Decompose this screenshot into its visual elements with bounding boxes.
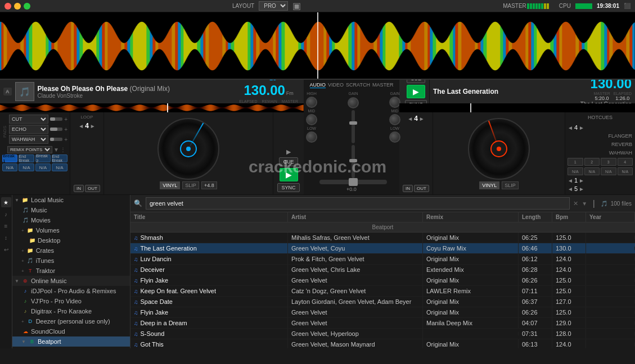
sidebar-item-movies[interactable]: 🎵 Movies [12,215,130,225]
hotcue-7[interactable]: N/A [601,167,616,175]
vinyl-slip-btn[interactable]: VINYL [160,181,180,189]
pad-6[interactable]: N/A [19,163,34,171]
vol-fader-l[interactable] [352,110,355,143]
tab-scratch[interactable]: SCRATCH [346,82,370,88]
fx-add-2[interactable]: + [64,126,67,133]
hotcue-5[interactable]: N/A [568,167,583,175]
track-row[interactable]: ♫ Flyin Jake Green Velvet Original Mix 0… [130,307,635,318]
fx-knob-3[interactable] [50,138,62,141]
pad-3[interactable]: Break 2 [35,154,51,162]
right-turntable[interactable] [468,118,530,180]
vol-fader-r[interactable] [352,145,355,178]
track-row[interactable]: ♫ Space Date Layton Giordani, Green Velv… [130,297,635,307]
fx-select-2[interactable]: ECHO [9,125,48,134]
fx-select-1[interactable]: CUT [9,115,48,124]
gain-knob-l[interactable] [348,97,359,108]
fx-knob-2[interactable] [50,128,62,131]
sync-button-left[interactable]: SYNC [277,183,299,192]
right-l2-prev[interactable]: ◄ [568,178,573,184]
sidebar-item-digitrax[interactable]: ♪ Digitrax - Pro Karaoke [12,306,130,316]
sidebar-item-traktor[interactable]: + T Traktor [12,266,130,276]
sidebar-item-crates[interactable]: + 📁 Crates [12,245,130,256]
nav-browser[interactable]: ≡ [1,221,11,231]
right-in-button[interactable]: IN [403,185,413,192]
crossfader[interactable] [319,180,387,184]
loop-prev[interactable]: ◄ [78,123,84,129]
hotcue-6[interactable]: N/A [584,167,600,175]
vol-handle-l[interactable] [349,121,357,125]
sidebar-item-volumes[interactable]: + 📁 Volumes [12,225,130,235]
out-button[interactable]: OUT [85,185,100,192]
sidebar-item-idjpool[interactable]: ♪ iDJPool - Pro Audio & Remixes [12,286,130,296]
sidebar-item-beatport[interactable]: ▼ B Beatport [12,336,130,347]
right-l3-next[interactable]: ► [579,186,584,192]
low-knob-l[interactable] [306,131,317,143]
play-button-right[interactable]: ▶ [407,85,425,98]
track-row[interactable]: ♫ Got This Green Velvet, Mason Maynard O… [130,339,635,348]
right-out-button[interactable]: OUT [414,185,429,192]
waveform-area[interactable] [0,12,635,80]
loop-next[interactable]: ► [90,123,96,129]
track-row[interactable]: ♫ Deep in a Dream Green Velvet Manila De… [130,318,635,329]
col-header-remix[interactable]: Remix [423,212,519,222]
fx-select-3[interactable]: WAHWAH [9,135,48,144]
col-header-title[interactable]: Title [130,212,288,222]
pad-8[interactable]: N/A [52,163,67,171]
col-header-bpm[interactable]: Bpm [552,212,586,222]
pad-1[interactable]: Break 1 [2,154,17,162]
fx-add-1[interactable]: + [64,116,67,122]
fx-add-3[interactable]: + [64,136,67,143]
sidebar-item-online-music[interactable]: ▼ ⊕ Online Music [12,276,130,286]
in-button[interactable]: IN [74,185,84,192]
right-l1-next[interactable]: ► [579,125,584,131]
sidebar-item-itunes[interactable]: + 🎵 iTunes [12,256,130,266]
right-l1-prev[interactable]: ◄ [568,125,573,131]
search-clear[interactable]: ✕ [573,200,578,207]
layout-select[interactable]: PRO [259,1,288,11]
gain-knob-r[interactable] [389,97,400,108]
cue-button-left[interactable]: CUE [279,157,298,166]
remix-select[interactable]: REMIX POINTS [7,146,52,153]
tab-video[interactable]: VIDEO [328,82,344,88]
search-filter[interactable]: ▼ [582,201,587,207]
right-l3-prev[interactable]: ◄ [568,186,573,192]
close-button[interactable] [4,3,11,10]
track-row[interactable]: ♫ Shmash Mihalis Safras, Green Velvet Or… [130,233,635,243]
hotcue-4[interactable]: 4 [618,158,633,166]
right-mini-waveform[interactable] [399,103,635,112]
track-row[interactable]: ♫ Deceiver Green Velvet, Chris Lake Exte… [130,265,635,275]
maximize-button[interactable] [24,3,30,10]
left-turntable[interactable] [157,118,219,180]
track-row[interactable]: ♫ The Last Generation Green Velvet, Coyu… [130,243,635,254]
right-loop-next[interactable]: ► [419,116,425,122]
tab-audio[interactable]: AUDIO [310,82,326,88]
slip-btn[interactable]: SLIP [182,181,199,189]
sidebar-item-music[interactable]: 🎵 Music [12,205,130,215]
right-loop-prev[interactable]: ◄ [407,116,413,122]
left-mini-waveform[interactable] [0,103,304,112]
hotcue-8[interactable]: N/A [618,167,633,175]
play-button-left[interactable]: ▶ [280,168,298,181]
track-row[interactable]: ♫ Flyin Jake Green Velvet Original Mix 0… [130,275,635,286]
sidebar-item-deezer[interactable]: + D Deezer (personal use only) [12,316,130,326]
nav-library[interactable]: ★ [1,197,11,207]
hotcue-1[interactable]: 1 [568,158,583,166]
minimize-button[interactable] [14,3,21,10]
col-header-artist[interactable]: Artist [288,212,423,222]
track-row[interactable]: ♫ Luv Dancin Prok & Fitch, Green Velvet … [130,254,635,265]
mid-knob-l[interactable] [306,114,317,125]
right-l2-next[interactable]: ► [579,178,584,184]
track-row[interactable]: ♫ S-Sound Green Velvet, Hyperloop 07:31 … [130,329,635,339]
vol-handle-r[interactable] [349,159,357,162]
nav-back[interactable]: ↩ [1,244,11,254]
mid-knob-r[interactable] [389,114,400,125]
sidebar-item-desktop[interactable]: 📁 Desktop [12,235,130,245]
col-header-year[interactable]: Year [586,212,635,222]
col-header-length[interactable]: Length [519,212,552,222]
fx-knob-1[interactable] [50,117,62,121]
hotcue-3[interactable]: 3 [601,158,616,166]
search-input[interactable] [146,197,570,210]
right-slip-btn[interactable]: SLIP [502,181,519,189]
pad-5[interactable]: N/A [2,163,17,171]
high-knob-l[interactable] [306,97,317,108]
